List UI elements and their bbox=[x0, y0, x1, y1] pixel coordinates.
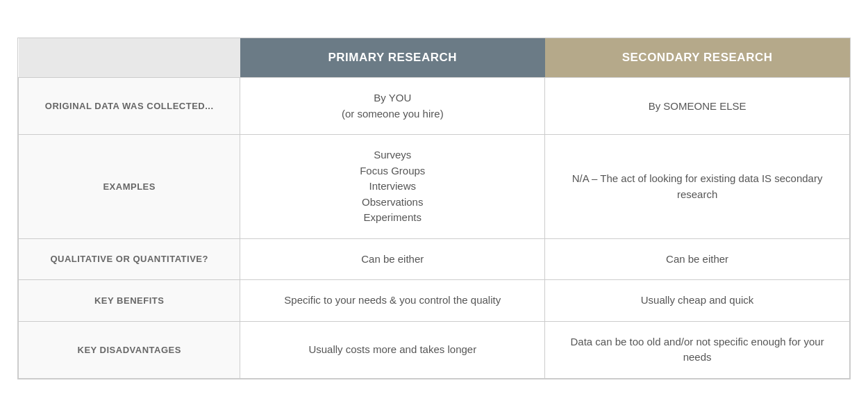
header-primary-research: PRIMARY RESEARCH bbox=[240, 38, 545, 78]
row-primary-3: Specific to your needs & you control the… bbox=[240, 280, 545, 322]
row-label-3: KEY BENEFITS bbox=[19, 280, 240, 322]
row-secondary-3: Usually cheap and quick bbox=[545, 280, 850, 322]
row-primary-2: Can be either bbox=[240, 238, 545, 280]
row-label-4: KEY DISADVANTAGES bbox=[19, 321, 240, 378]
row-secondary-1: N/A – The act of looking for existing da… bbox=[545, 135, 850, 239]
header-secondary-research: SECONDARY RESEARCH bbox=[545, 38, 850, 78]
row-secondary-4: Data can be too old and/or not specific … bbox=[545, 321, 850, 378]
comparison-table: PRIMARY RESEARCH SECONDARY RESEARCH ORIG… bbox=[17, 38, 851, 379]
row-label-0: ORIGINAL DATA WAS COLLECTED... bbox=[19, 78, 240, 135]
row-primary-4: Usually costs more and takes longer bbox=[240, 321, 545, 378]
header-col1 bbox=[19, 38, 240, 78]
row-label-1: EXAMPLES bbox=[19, 135, 240, 239]
row-secondary-2: Can be either bbox=[545, 238, 850, 280]
row-secondary-0: By SOMEONE ELSE bbox=[545, 78, 850, 135]
row-primary-0: By YOU(or someone you hire) bbox=[240, 78, 545, 135]
row-primary-1: SurveysFocus GroupsInterviewsObservation… bbox=[240, 135, 545, 239]
row-label-2: QUALITATIVE OR QUANTITATIVE? bbox=[19, 238, 240, 280]
